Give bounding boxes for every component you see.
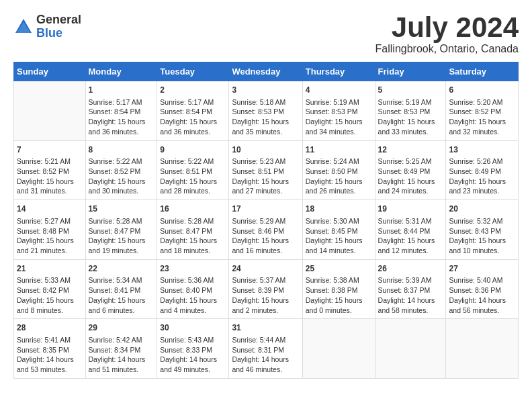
sunset-text: Sunset: 8:36 PM bbox=[449, 286, 501, 294]
daylight-text: Daylight: 15 hours and 16 minutes. bbox=[232, 236, 289, 255]
calendar-cell bbox=[446, 319, 519, 379]
sunset-text: Sunset: 8:45 PM bbox=[306, 227, 358, 235]
date-number: 20 bbox=[449, 203, 515, 215]
sunset-text: Sunset: 8:31 PM bbox=[232, 346, 284, 354]
sunset-text: Sunset: 8:43 PM bbox=[449, 227, 501, 235]
sunset-text: Sunset: 8:48 PM bbox=[17, 227, 69, 235]
sunrise-text: Sunrise: 5:33 AM bbox=[17, 276, 71, 284]
date-number: 30 bbox=[160, 322, 226, 334]
calendar-header: Sunday Monday Tuesday Wednesday Thursday… bbox=[14, 62, 519, 81]
calendar-cell: 25Sunrise: 5:38 AMSunset: 8:38 PMDayligh… bbox=[302, 259, 375, 319]
sunset-text: Sunset: 8:44 PM bbox=[378, 227, 431, 235]
logo: General Blue bbox=[13, 13, 81, 40]
sunset-text: Sunset: 8:49 PM bbox=[378, 167, 431, 175]
date-number: 8 bbox=[89, 144, 154, 156]
header-thursday: Thursday bbox=[302, 62, 375, 81]
header-saturday: Saturday bbox=[446, 62, 519, 81]
sunset-text: Sunset: 8:53 PM bbox=[232, 107, 284, 116]
daylight-text: Daylight: 15 hours and 27 minutes. bbox=[232, 177, 289, 195]
calendar-cell: 8Sunrise: 5:22 AMSunset: 8:52 PMDaylight… bbox=[85, 140, 157, 200]
date-number: 26 bbox=[378, 263, 443, 275]
sunrise-text: Sunrise: 5:28 AM bbox=[89, 217, 142, 225]
calendar-cell: 3Sunrise: 5:18 AMSunset: 8:53 PMDaylight… bbox=[229, 81, 302, 141]
sunrise-text: Sunrise: 5:44 AM bbox=[232, 336, 285, 344]
date-number: 24 bbox=[232, 263, 299, 275]
sunrise-text: Sunrise: 5:19 AM bbox=[378, 98, 432, 106]
daylight-text: Daylight: 15 hours and 4 minutes. bbox=[160, 296, 217, 314]
sunrise-text: Sunrise: 5:41 AM bbox=[17, 336, 71, 344]
calendar-cell: 28Sunrise: 5:41 AMSunset: 8:35 PMDayligh… bbox=[14, 319, 86, 379]
date-number: 17 bbox=[232, 203, 299, 215]
date-number: 18 bbox=[306, 203, 372, 215]
calendar-cell: 12Sunrise: 5:25 AMSunset: 8:49 PMDayligh… bbox=[375, 140, 446, 200]
date-number: 28 bbox=[17, 322, 83, 334]
calendar-table: Sunday Monday Tuesday Wednesday Thursday… bbox=[13, 62, 519, 379]
calendar-cell: 19Sunrise: 5:31 AMSunset: 8:44 PMDayligh… bbox=[375, 200, 446, 260]
sunset-text: Sunset: 8:34 PM bbox=[89, 346, 141, 354]
daylight-text: Daylight: 15 hours and 0 minutes. bbox=[306, 296, 363, 314]
date-number: 21 bbox=[17, 263, 83, 275]
sunrise-text: Sunrise: 5:32 AM bbox=[449, 217, 502, 225]
page-header: General Blue July 2024 Fallingbrook, Ont… bbox=[13, 13, 519, 55]
sunrise-text: Sunrise: 5:37 AM bbox=[232, 276, 285, 284]
date-number: 4 bbox=[306, 85, 372, 96]
sunset-text: Sunset: 8:35 PM bbox=[17, 346, 69, 354]
sunset-text: Sunset: 8:39 PM bbox=[232, 286, 284, 294]
daylight-text: Daylight: 15 hours and 14 minutes. bbox=[306, 236, 363, 255]
sunrise-text: Sunrise: 5:21 AM bbox=[17, 157, 71, 165]
calendar-cell: 21Sunrise: 5:33 AMSunset: 8:42 PMDayligh… bbox=[14, 259, 86, 319]
daylight-text: Daylight: 15 hours and 28 minutes. bbox=[160, 177, 217, 195]
logo-blue: Blue bbox=[36, 27, 81, 40]
title-section: July 2024 Fallingbrook, Ontario, Canada bbox=[375, 13, 519, 55]
daylight-text: Daylight: 15 hours and 31 minutes. bbox=[17, 177, 74, 195]
calendar-week-3: 21Sunrise: 5:33 AMSunset: 8:42 PMDayligh… bbox=[14, 259, 519, 319]
month-title: July 2024 bbox=[375, 13, 519, 42]
calendar-cell: 26Sunrise: 5:39 AMSunset: 8:37 PMDayligh… bbox=[375, 259, 446, 319]
date-number: 22 bbox=[89, 263, 154, 275]
daylight-text: Daylight: 15 hours and 18 minutes. bbox=[160, 236, 217, 255]
calendar-cell: 4Sunrise: 5:19 AMSunset: 8:53 PMDaylight… bbox=[302, 81, 375, 141]
daylight-text: Daylight: 15 hours and 8 minutes. bbox=[17, 296, 74, 314]
date-number: 19 bbox=[378, 203, 443, 215]
sunset-text: Sunset: 8:54 PM bbox=[160, 107, 212, 116]
date-number: 3 bbox=[232, 85, 299, 96]
calendar-week-1: 7Sunrise: 5:21 AMSunset: 8:52 PMDaylight… bbox=[14, 140, 519, 200]
daylight-text: Daylight: 14 hours and 58 minutes. bbox=[378, 296, 435, 314]
date-number: 5 bbox=[378, 85, 443, 96]
logo-general: General bbox=[36, 13, 81, 27]
sunrise-text: Sunrise: 5:25 AM bbox=[378, 157, 432, 165]
header-friday: Friday bbox=[375, 62, 446, 81]
daylight-text: Daylight: 15 hours and 2 minutes. bbox=[232, 296, 289, 314]
calendar-cell: 6Sunrise: 5:20 AMSunset: 8:52 PMDaylight… bbox=[446, 81, 519, 141]
header-tuesday: Tuesday bbox=[157, 62, 229, 81]
calendar-cell: 2Sunrise: 5:17 AMSunset: 8:54 PMDaylight… bbox=[157, 81, 229, 141]
sunrise-text: Sunrise: 5:39 AM bbox=[378, 276, 432, 284]
daylight-text: Daylight: 15 hours and 12 minutes. bbox=[378, 236, 435, 255]
daylight-text: Daylight: 15 hours and 10 minutes. bbox=[449, 236, 506, 255]
sunrise-text: Sunrise: 5:29 AM bbox=[232, 217, 285, 225]
daylight-text: Daylight: 14 hours and 46 minutes. bbox=[232, 355, 289, 373]
daylight-text: Daylight: 15 hours and 32 minutes. bbox=[449, 118, 506, 136]
calendar-cell: 22Sunrise: 5:34 AMSunset: 8:41 PMDayligh… bbox=[85, 259, 157, 319]
calendar-week-2: 14Sunrise: 5:27 AMSunset: 8:48 PMDayligh… bbox=[14, 200, 519, 260]
logo-icon bbox=[13, 17, 34, 37]
sunrise-text: Sunrise: 5:22 AM bbox=[89, 157, 142, 165]
daylight-text: Daylight: 15 hours and 30 minutes. bbox=[89, 177, 146, 195]
logo-text: General Blue bbox=[36, 13, 81, 40]
calendar-cell: 24Sunrise: 5:37 AMSunset: 8:39 PMDayligh… bbox=[229, 259, 302, 319]
header-wednesday: Wednesday bbox=[229, 62, 302, 81]
sunrise-text: Sunrise: 5:17 AM bbox=[89, 98, 142, 106]
date-number: 23 bbox=[160, 263, 226, 275]
sunset-text: Sunset: 8:53 PM bbox=[306, 107, 358, 116]
calendar-cell: 10Sunrise: 5:23 AMSunset: 8:51 PMDayligh… bbox=[229, 140, 302, 200]
header-sunday: Sunday bbox=[14, 62, 86, 81]
daylight-text: Daylight: 15 hours and 36 minutes. bbox=[160, 118, 217, 136]
sunset-text: Sunset: 8:52 PM bbox=[17, 167, 69, 175]
header-monday: Monday bbox=[85, 62, 157, 81]
date-number: 31 bbox=[232, 322, 299, 334]
sunrise-text: Sunrise: 5:20 AM bbox=[449, 98, 502, 106]
calendar-cell bbox=[14, 81, 86, 141]
calendar-cell: 7Sunrise: 5:21 AMSunset: 8:52 PMDaylight… bbox=[14, 140, 86, 200]
calendar-cell: 18Sunrise: 5:30 AMSunset: 8:45 PMDayligh… bbox=[302, 200, 375, 260]
calendar-cell: 27Sunrise: 5:40 AMSunset: 8:36 PMDayligh… bbox=[446, 259, 519, 319]
